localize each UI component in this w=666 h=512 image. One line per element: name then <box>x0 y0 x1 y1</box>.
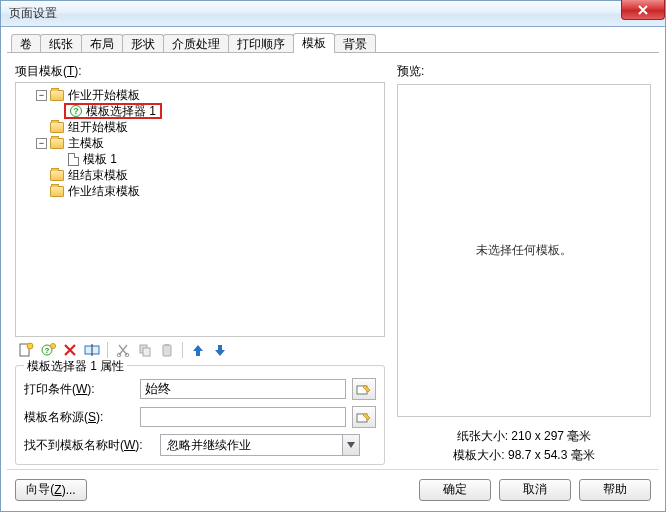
tab-layout[interactable]: 布局 <box>81 34 123 52</box>
tree-node-main[interactable]: − 主模板 <box>18 135 382 151</box>
folder-icon <box>50 170 64 181</box>
move-up-button[interactable] <box>189 341 207 359</box>
tree-node-label: 组结束模板 <box>68 167 128 184</box>
rename-icon <box>84 343 100 357</box>
dialog-window: 页面设置 卷 纸张 布局 形状 介质处理 打印顺序 模板 背景 项目模板(T): <box>0 0 666 512</box>
print-condition-input[interactable] <box>140 379 346 399</box>
tree-label: 项目模板(T): <box>15 63 385 80</box>
notfound-value: 忽略并继续作业 <box>160 434 342 456</box>
cut-button[interactable] <box>114 341 132 359</box>
svg-rect-10 <box>143 348 150 356</box>
tab-background[interactable]: 背景 <box>334 34 376 52</box>
template-source-browse-button[interactable] <box>352 406 376 428</box>
tree-node-label: 作业开始模板 <box>68 87 140 104</box>
paper-size-text: 纸张大小: 210 x 297 毫米 <box>397 427 651 446</box>
properties-group: 模板选择器 1 属性 打印条件(W): 模板名称源(S): <box>15 365 385 465</box>
highlight-marker: ? 模板选择器 1 <box>64 103 162 119</box>
move-down-button[interactable] <box>211 341 229 359</box>
svg-rect-11 <box>163 345 171 356</box>
print-condition-label: 打印条件(W): <box>24 381 134 398</box>
collapse-icon[interactable]: − <box>36 138 47 149</box>
copy-button[interactable] <box>136 341 154 359</box>
titlebar: 页面设置 <box>1 1 665 27</box>
collapse-icon[interactable]: − <box>36 90 47 101</box>
cut-icon <box>116 343 130 357</box>
selector-icon: ? <box>70 105 82 117</box>
tree-node-selector-1[interactable]: ? 模板选择器 1 <box>18 103 382 119</box>
tab-paper[interactable]: 纸张 <box>40 34 82 52</box>
svg-point-1 <box>27 343 33 349</box>
tree-node-job-start[interactable]: − 作业开始模板 <box>18 87 382 103</box>
tree-node-label: 模板选择器 1 <box>86 103 156 120</box>
new-page-icon <box>18 342 34 358</box>
new-selector-button[interactable]: ? <box>39 341 57 359</box>
tab-shape[interactable]: 形状 <box>122 34 164 52</box>
tree-node-label: 主模板 <box>68 135 104 152</box>
edit-icon <box>356 382 372 396</box>
tree-node-group-end[interactable]: 组结束模板 <box>18 167 382 183</box>
chevron-down-icon[interactable] <box>342 434 360 456</box>
delete-icon <box>63 343 77 357</box>
delete-button[interactable] <box>61 341 79 359</box>
close-button[interactable] <box>621 0 665 20</box>
preview-empty-text: 未选择任何模板。 <box>476 242 572 259</box>
properties-legend: 模板选择器 1 属性 <box>24 358 127 375</box>
dialog-footer: 向导(Z)... 确定 取消 帮助 <box>7 469 659 509</box>
ok-button[interactable]: 确定 <box>419 479 491 501</box>
wizard-button[interactable]: 向导(Z)... <box>15 479 87 501</box>
help-button[interactable]: 帮助 <box>579 479 651 501</box>
svg-rect-12 <box>165 344 169 346</box>
svg-text:?: ? <box>45 346 50 355</box>
tree-node-group-start[interactable]: 组开始模板 <box>18 119 382 135</box>
window-title: 页面设置 <box>9 5 57 22</box>
svg-point-4 <box>51 344 56 349</box>
edit-icon <box>356 410 372 424</box>
folder-icon <box>50 90 64 101</box>
preview-label: 预览: <box>397 63 651 80</box>
paste-icon <box>160 343 174 357</box>
tab-roll[interactable]: 卷 <box>11 34 41 52</box>
folder-icon <box>50 122 64 133</box>
preview-pane: 未选择任何模板。 <box>397 84 651 417</box>
tree-node-template-1[interactable]: 模板 1 <box>18 151 382 167</box>
arrow-down-icon <box>213 343 227 357</box>
copy-icon <box>138 343 152 357</box>
arrow-up-icon <box>191 343 205 357</box>
template-source-input[interactable] <box>140 407 346 427</box>
new-selector-icon: ? <box>40 342 56 358</box>
page-icon <box>68 153 79 166</box>
tree-node-label: 组开始模板 <box>68 119 128 136</box>
template-tree[interactable]: − 作业开始模板 ? 模板选择器 1 组开始模板 <box>15 82 385 337</box>
new-template-button[interactable] <box>17 341 35 359</box>
template-source-label: 模板名称源(S): <box>24 409 134 426</box>
notfound-combo[interactable]: 忽略并继续作业 <box>160 434 360 456</box>
folder-icon <box>50 186 64 197</box>
tab-templates[interactable]: 模板 <box>293 33 335 53</box>
tree-node-label: 作业结束模板 <box>68 183 140 200</box>
paste-button[interactable] <box>158 341 176 359</box>
notfound-label: 找不到模板名称时(W): <box>24 437 154 454</box>
tab-media[interactable]: 介质处理 <box>163 34 229 52</box>
print-condition-browse-button[interactable] <box>352 378 376 400</box>
tree-node-job-end[interactable]: 作业结束模板 <box>18 183 382 199</box>
tab-print-order[interactable]: 打印顺序 <box>228 34 294 52</box>
folder-icon <box>50 138 64 149</box>
tree-node-label: 模板 1 <box>83 151 117 168</box>
rename-button[interactable] <box>83 341 101 359</box>
template-size-text: 模板大小: 98.7 x 54.3 毫米 <box>397 446 651 465</box>
cancel-button[interactable]: 取消 <box>499 479 571 501</box>
tab-strip: 卷 纸张 布局 形状 介质处理 打印顺序 模板 背景 <box>7 31 659 53</box>
close-icon <box>637 5 649 15</box>
